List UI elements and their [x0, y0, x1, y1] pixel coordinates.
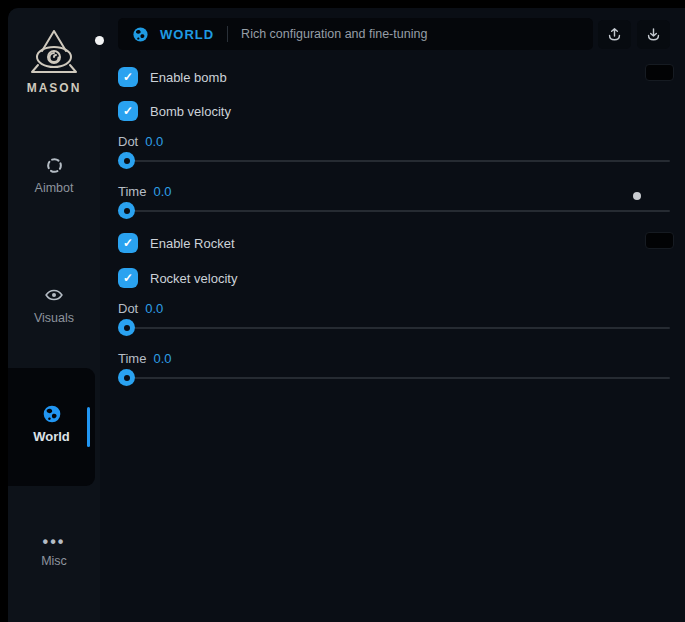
sidebar-item-world-content: World — [8, 404, 95, 444]
sidebar-item-label: Aimbot — [35, 181, 74, 195]
sidebar-item-visuals[interactable]: Visuals — [8, 285, 100, 325]
slider-header: Time 0.0 — [118, 350, 671, 366]
checkbox-label: Rocket velocity — [150, 271, 237, 286]
checkbox-enable-rocket[interactable]: ✓ Enable Rocket — [118, 233, 235, 253]
checkbox-bomb-velocity[interactable]: ✓ Bomb velocity — [118, 101, 231, 121]
slider-bomb-time: Time 0.0 — [118, 183, 671, 227]
page-title: WORLD — [160, 27, 214, 42]
upload-icon — [606, 26, 623, 43]
slider-bomb-dot: Dot 0.0 — [118, 133, 671, 177]
checkmark-icon[interactable]: ✓ — [118, 233, 138, 253]
slider-track[interactable] — [119, 327, 670, 329]
sidebar: MASON Aimbot Visuals — [8, 8, 100, 622]
masonic-eye-pyramid-icon — [8, 28, 100, 76]
screen: MASON Aimbot Visuals — [0, 0, 685, 622]
slider-knob[interactable] — [118, 369, 135, 386]
menu-window: MASON Aimbot Visuals — [8, 8, 685, 622]
slider-label: Dot — [118, 134, 138, 149]
download-config-button[interactable] — [637, 20, 670, 49]
slider-value: 0.0 — [145, 301, 163, 316]
slider-header: Time 0.0 — [118, 183, 671, 199]
slider-value: 0.0 — [153, 351, 171, 366]
slider-value: 0.0 — [153, 184, 171, 199]
page-subtitle: Rich configuration and fine-tuning — [241, 27, 427, 41]
globe-icon — [132, 26, 149, 43]
slider-knob[interactable] — [118, 152, 135, 169]
globe-icon — [42, 404, 62, 424]
slider-label: Time — [118, 351, 146, 366]
sidebar-item-misc[interactable]: ••• Misc — [8, 536, 100, 568]
slider-label: Time — [118, 184, 146, 199]
checkbox-label: Bomb velocity — [150, 104, 231, 119]
sidebar-item-world[interactable]: World — [8, 368, 95, 486]
checkmark-icon[interactable]: ✓ — [118, 268, 138, 288]
ellipsis-icon: ••• — [44, 536, 64, 548]
checkbox-enable-bomb[interactable]: ✓ Enable bomb — [118, 67, 227, 87]
cursor-dot — [95, 36, 104, 45]
slider-header: Dot 0.0 — [118, 133, 671, 149]
sidebar-item-aimbot[interactable]: Aimbot — [8, 155, 100, 195]
sidebar-item-label: Visuals — [34, 311, 74, 325]
slider-track[interactable] — [119, 210, 670, 212]
slider-label: Dot — [118, 301, 138, 316]
logo-label: MASON — [8, 81, 100, 95]
page-header: WORLD Rich configuration and fine-tuning — [118, 18, 593, 50]
upload-config-button[interactable] — [598, 20, 631, 49]
rocket-color-swatch[interactable] — [645, 232, 674, 249]
checkmark-icon[interactable]: ✓ — [118, 67, 138, 87]
active-tab-indicator — [87, 407, 90, 447]
crosshair-icon — [44, 155, 64, 175]
bomb-color-swatch[interactable] — [645, 64, 674, 81]
header-divider — [227, 26, 228, 42]
slider-track[interactable] — [119, 160, 670, 162]
slider-value: 0.0 — [145, 134, 163, 149]
slider-knob[interactable] — [118, 202, 135, 219]
slider-knob[interactable] — [118, 319, 135, 336]
download-icon — [645, 26, 662, 43]
sidebar-item-label: World — [33, 429, 70, 444]
slider-track[interactable] — [119, 377, 670, 379]
eye-icon — [44, 285, 64, 305]
checkbox-rocket-velocity[interactable]: ✓ Rocket velocity — [118, 268, 237, 288]
checkbox-label: Enable Rocket — [150, 236, 235, 251]
checkbox-label: Enable bomb — [150, 70, 227, 85]
app-logo: MASON — [8, 28, 100, 95]
slider-header: Dot 0.0 — [118, 300, 671, 316]
slider-rocket-dot: Dot 0.0 — [118, 300, 671, 344]
sidebar-item-label: Misc — [41, 554, 67, 568]
checkmark-icon[interactable]: ✓ — [118, 101, 138, 121]
slider-rocket-time: Time 0.0 — [118, 350, 671, 394]
